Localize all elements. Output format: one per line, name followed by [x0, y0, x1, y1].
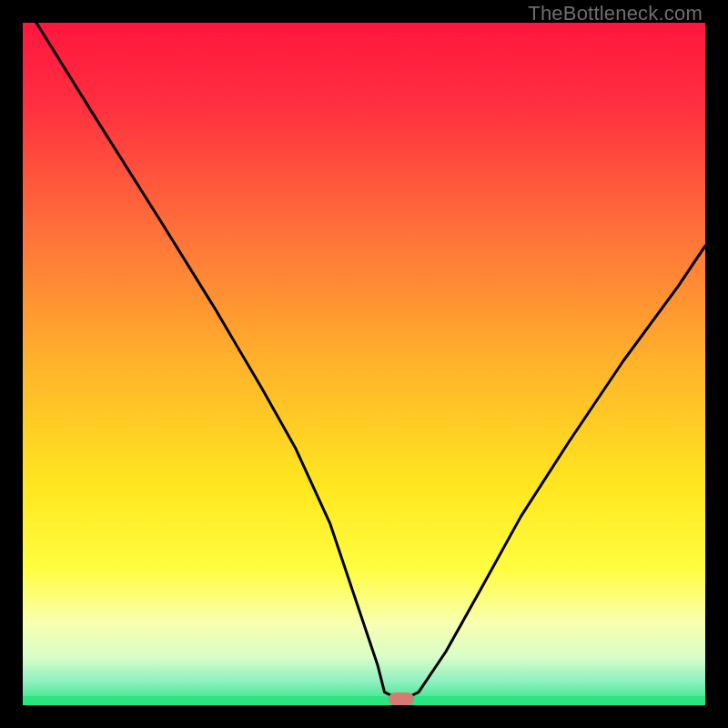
chart-plot	[23, 23, 705, 705]
baseline-band	[23, 696, 705, 705]
optimal-marker	[389, 693, 414, 705]
watermark-text: TheBottleneck.com	[528, 2, 703, 25]
chart-frame	[23, 23, 705, 705]
gradient-background	[23, 23, 705, 705]
